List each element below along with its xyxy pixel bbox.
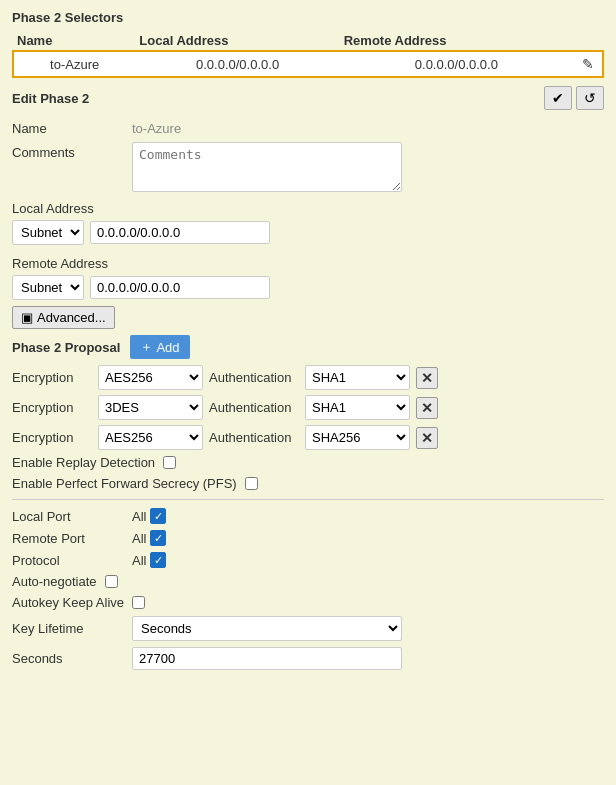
row-remote-address: 0.0.0.0/0.0.0.0 [340, 51, 573, 77]
edit-phase2-header: Edit Phase 2 ✔ ↺ [12, 86, 604, 110]
phase2-selectors-title: Phase 2 Selectors [12, 10, 604, 25]
auth-select-2[interactable]: SHA1 SHA256 MD5 [305, 395, 410, 420]
local-address-row: Local Address [12, 198, 604, 216]
comments-label: Comments [12, 142, 132, 160]
pfs-checkbox[interactable] [245, 477, 258, 490]
enc-label-3: Encryption [12, 430, 92, 445]
local-port-all: All [132, 509, 146, 524]
add-proposal-button[interactable]: ＋ Add [130, 335, 189, 359]
enc-select-1[interactable]: AES256 AES128 3DES DES [98, 365, 203, 390]
remove-proposal-2[interactable]: ✕ [416, 397, 438, 419]
name-value: to-Azure [132, 118, 604, 136]
local-address-input[interactable] [90, 221, 270, 244]
row-name: to-Azure [13, 51, 135, 77]
remove-proposal-1[interactable]: ✕ [416, 367, 438, 389]
remote-port-label: Remote Port [12, 531, 132, 546]
protocol-label: Protocol [12, 553, 132, 568]
col-header-local: Local Address [135, 31, 339, 51]
seconds-label: Seconds [12, 651, 132, 666]
edit-phase2-title: Edit Phase 2 [12, 91, 89, 106]
seconds-input[interactable] [132, 647, 402, 670]
enc-select-3[interactable]: AES256 AES128 3DES DES [98, 425, 203, 450]
local-address-label: Local Address [12, 198, 132, 216]
auth-label-3: Authentication [209, 430, 299, 445]
autokey-keep-alive-label: Autokey Keep Alive [12, 595, 124, 610]
proposal-label: Phase 2 Proposal [12, 340, 120, 355]
auth-label-1: Authentication [209, 370, 299, 385]
protocol-checkbox[interactable] [150, 552, 166, 568]
remote-port-all: All [132, 531, 146, 546]
autokey-keep-alive-row: Autokey Keep Alive [12, 595, 604, 610]
proposal-row-1: Encryption AES256 AES128 3DES DES Authen… [12, 365, 604, 390]
row-local-address: 0.0.0.0/0.0.0.0 [135, 51, 339, 77]
autokey-keep-alive-checkbox[interactable] [132, 596, 145, 609]
col-header-remote: Remote Address [340, 31, 573, 51]
local-port-row: Local Port All [12, 508, 604, 524]
key-lifetime-select[interactable]: Seconds Minutes Hours Days KiloBytes [132, 616, 402, 641]
enc-label-2: Encryption [12, 400, 92, 415]
name-row: Name to-Azure [12, 118, 604, 136]
plus-icon: ＋ [140, 338, 153, 356]
auto-negotiate-checkbox[interactable] [105, 575, 118, 588]
auth-select-3[interactable]: SHA1 SHA256 MD5 [305, 425, 410, 450]
key-lifetime-row: Key Lifetime Seconds Minutes Hours Days … [12, 616, 604, 641]
pfs-row: Enable Perfect Forward Secrecy (PFS) [12, 476, 604, 491]
auth-label-2: Authentication [209, 400, 299, 415]
replay-detection-row: Enable Replay Detection [12, 455, 604, 470]
table-row: to-Azure 0.0.0.0/0.0.0.0 0.0.0.0/0.0.0.0… [13, 51, 603, 77]
advanced-button[interactable]: ▣ Advanced... [12, 306, 115, 329]
save-button[interactable]: ✔ [544, 86, 572, 110]
pfs-label: Enable Perfect Forward Secrecy (PFS) [12, 476, 237, 491]
remove-proposal-3[interactable]: ✕ [416, 427, 438, 449]
local-port-label: Local Port [12, 509, 132, 524]
advanced-icon: ▣ [21, 310, 33, 325]
col-header-name: Name [13, 31, 135, 51]
remote-port-row: Remote Port All [12, 530, 604, 546]
auto-negotiate-row: Auto-negotiate [12, 574, 604, 589]
protocol-all: All [132, 553, 146, 568]
seconds-row: Seconds [12, 647, 604, 670]
auto-negotiate-label: Auto-negotiate [12, 574, 97, 589]
remote-address-input[interactable] [90, 276, 270, 299]
comments-input[interactable] [132, 142, 402, 192]
edit-row-icon[interactable]: ✎ [582, 56, 594, 72]
enc-label-1: Encryption [12, 370, 92, 385]
replay-detection-label: Enable Replay Detection [12, 455, 155, 470]
protocol-row: Protocol All [12, 552, 604, 568]
replay-detection-checkbox[interactable] [163, 456, 176, 469]
advanced-label: Advanced... [37, 310, 106, 325]
enc-select-2[interactable]: AES256 AES128 3DES DES [98, 395, 203, 420]
header-buttons: ✔ ↺ [544, 86, 604, 110]
comments-row: Comments [12, 142, 604, 192]
proposal-row-3: Encryption AES256 AES128 3DES DES Authen… [12, 425, 604, 450]
remote-address-type-select[interactable]: Subnet Range IP Any [12, 275, 84, 300]
advanced-section: ▣ Advanced... [12, 306, 604, 329]
auth-select-1[interactable]: SHA1 SHA256 MD5 [305, 365, 410, 390]
remote-port-checkbox[interactable] [150, 530, 166, 546]
local-port-checkbox[interactable] [150, 508, 166, 524]
reset-button[interactable]: ↺ [576, 86, 604, 110]
selectors-table: Name Local Address Remote Address to-Azu… [12, 31, 604, 78]
name-label: Name [12, 118, 132, 136]
proposal-row-2: Encryption AES256 AES128 3DES DES Authen… [12, 395, 604, 420]
local-address-type-select[interactable]: Subnet Range IP Any [12, 220, 84, 245]
remote-address-label: Remote Address [12, 253, 132, 271]
remote-address-row: Remote Address [12, 253, 604, 271]
key-lifetime-label: Key Lifetime [12, 621, 132, 636]
add-label: Add [156, 340, 179, 355]
phase2-proposal-header: Phase 2 Proposal ＋ Add [12, 335, 604, 359]
